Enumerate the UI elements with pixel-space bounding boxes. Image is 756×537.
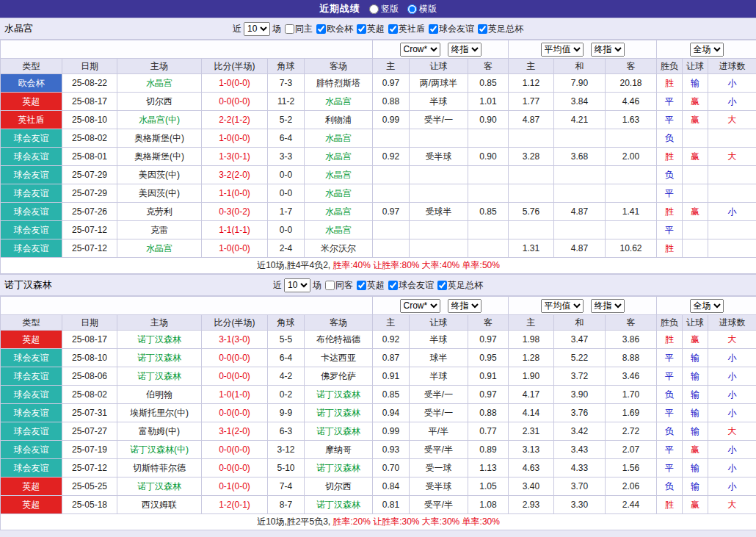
filter-checkbox[interactable]: 英超 (357, 23, 385, 35)
avg-draw: 3.30 (554, 496, 606, 514)
checkbox-input[interactable] (429, 24, 438, 34)
avg-home: 5.76 (509, 203, 554, 221)
table-row: 英超25-05-25诺丁汉森林0-1(0-0)7-4切尔西0.84受半球1.05… (1, 477, 756, 496)
avg-away: 2.72 (606, 422, 657, 441)
filter-checkbox[interactable]: 英超 (357, 279, 385, 292)
match-count-select[interactable]: 10 (284, 278, 310, 292)
odds-away: 0.77 (468, 422, 509, 441)
match-score: 0-3(0-2) (202, 203, 268, 221)
odds-source-select[interactable]: 平均值 (541, 43, 584, 57)
filter-checkbox[interactable]: 同主 (285, 23, 313, 35)
odds-away: 1.13 (468, 459, 509, 477)
odds-source-select[interactable]: Crow* (400, 299, 440, 313)
filter-checkbox[interactable]: 英足总杯 (478, 23, 523, 35)
corners-score: 2-4 (268, 239, 305, 258)
odds-source-select[interactable]: Crow* (400, 43, 440, 57)
avg-home: 4.17 (509, 386, 554, 404)
summary-record: 近10场,胜2平5负3, (257, 516, 332, 527)
odds-home: 0.97 (373, 74, 410, 93)
match-type-badge: 英超 (1, 477, 62, 496)
home-team: 克雷 (117, 221, 202, 239)
checkbox-input[interactable] (357, 24, 366, 34)
filter-controls: 近10场同主欧会杯英超英社盾球会友谊英足总杯 (233, 22, 523, 36)
away-team: 诺丁汉森林 (305, 386, 373, 404)
match-date: 25-08-10 (62, 111, 117, 129)
corners-score: 7-3 (268, 74, 305, 93)
result-handicap: 赢 (683, 203, 708, 221)
column-header: 主 (509, 315, 554, 331)
result-goals: 小 (708, 477, 756, 496)
result-handicap: 赢 (683, 148, 708, 166)
column-header: 日期 (62, 315, 117, 331)
odds-handicap: 受半/一 (410, 111, 468, 129)
match-count-select[interactable]: 10 (244, 22, 270, 36)
odds-source-select[interactable]: 终指 (448, 299, 481, 313)
checkbox-input[interactable] (285, 24, 294, 34)
avg-away: 3.46 (606, 367, 657, 386)
odds-source-select[interactable]: 终指 (591, 43, 625, 57)
odds-away: 0.91 (468, 367, 509, 386)
odds-source-select[interactable]: 全场 (690, 299, 724, 313)
filter-checkbox[interactable]: 欧会杯 (316, 23, 353, 35)
avg-away: 2.06 (606, 477, 657, 496)
avg-draw: 3.70 (554, 477, 606, 496)
away-team: 佛罗伦萨 (305, 367, 373, 386)
odds-home: 0.93 (373, 441, 410, 459)
checkbox-input[interactable] (388, 24, 398, 34)
summary-row: 近10场,胜4平4负2, 胜率:40% 让胜率:80% 大率:40% 单率:50… (1, 258, 756, 274)
avg-draw (554, 184, 606, 203)
avg-draw (554, 221, 606, 239)
result-goals: 小 (708, 74, 756, 93)
odds-source-select[interactable]: 全场 (690, 43, 724, 57)
home-team: 诺丁汉森林 (117, 367, 202, 386)
vertical-radio-input[interactable] (369, 4, 379, 14)
odds-handicap: 半球 (410, 367, 468, 386)
checkbox-input[interactable] (437, 281, 447, 290)
match-date: 25-08-06 (62, 367, 117, 386)
result-handicap: 赢 (683, 331, 708, 349)
column-header: 日期 (62, 59, 117, 74)
column-header: 胜负 (657, 59, 683, 74)
result-goals: 大 (708, 496, 756, 514)
team-name: 诺丁汉森林 (4, 278, 52, 292)
match-score: 1-2(0-1) (202, 496, 268, 514)
checkbox-label: 英超 (367, 279, 385, 292)
checkbox-input[interactable] (478, 24, 487, 34)
horizontal-radio-input[interactable] (407, 4, 417, 14)
summary-row: 近10场,胜2平5负3, 胜率:20% 让胜率:30% 大率:30% 单率:30… (1, 514, 756, 530)
match-type-badge: 球会友谊 (1, 349, 62, 367)
match-date: 25-07-19 (62, 441, 117, 459)
odds-source-select[interactable]: 终指 (591, 299, 625, 313)
checkbox-input[interactable] (357, 281, 366, 290)
odds-away: 0.95 (468, 349, 509, 367)
filter-checkbox[interactable]: 同客 (325, 279, 353, 292)
odds-home: 0.92 (373, 331, 410, 349)
match-type-badge: 球会友谊 (1, 386, 62, 404)
away-team: 水晶宫 (305, 148, 373, 166)
filter-checkbox[interactable]: 球会友谊 (429, 23, 474, 35)
match-score: 0-0(0-0) (202, 459, 268, 477)
avg-draw: 3.43 (554, 441, 606, 459)
odds-source-select[interactable]: 终指 (448, 43, 481, 57)
layout-radio-horizontal[interactable]: 横版 (407, 3, 437, 15)
home-team: 水晶宫(中) (117, 111, 202, 129)
near-label: 近 (273, 279, 282, 292)
match-date: 25-07-31 (62, 404, 117, 422)
avg-away: 1.69 (606, 404, 657, 422)
tables-root: 水晶宫近10场同主欧会杯英超英社盾球会友谊英足总杯Crow*终指平均值终指全场类… (0, 18, 756, 530)
odds-handicap (410, 221, 468, 239)
odds-home (373, 184, 410, 203)
filter-checkbox[interactable]: 英社盾 (388, 23, 425, 35)
filter-checkbox[interactable]: 英足总杯 (437, 279, 483, 292)
filter-checkbox[interactable]: 球会友谊 (388, 279, 434, 292)
avg-home: 1.90 (509, 367, 554, 386)
odds-source-select[interactable]: 平均值 (541, 299, 584, 313)
odds-selects-group: 全场 (657, 40, 756, 59)
checkbox-input[interactable] (316, 24, 326, 34)
result-wdl: 平 (657, 221, 683, 239)
layout-radio-vertical[interactable]: 竖版 (369, 3, 399, 15)
checkbox-input[interactable] (325, 281, 335, 290)
avg-away (606, 129, 657, 148)
corners-score: 7-4 (268, 477, 305, 496)
checkbox-input[interactable] (388, 281, 398, 290)
